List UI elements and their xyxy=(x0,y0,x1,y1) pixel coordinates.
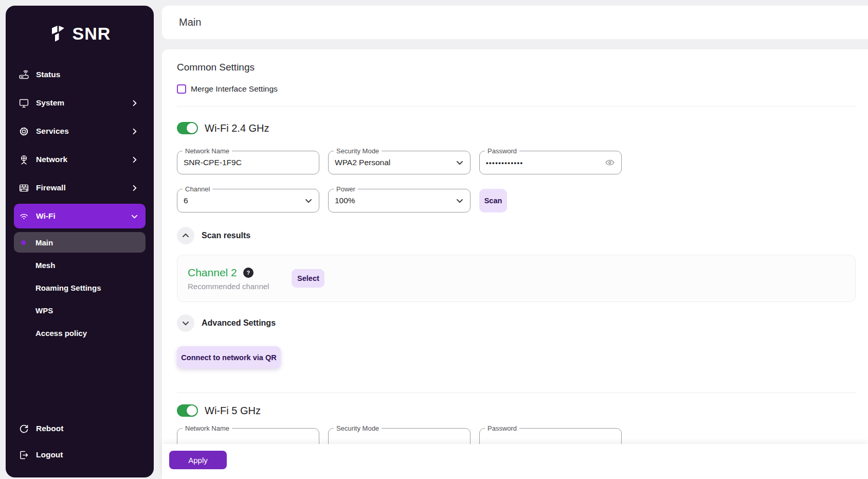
chevron-down-icon xyxy=(182,319,190,327)
network-name-input-5ghz[interactable] xyxy=(184,435,313,445)
sidebar-subitem-label: Mesh xyxy=(35,261,55,270)
active-dot-icon xyxy=(21,240,26,245)
sidebar-subitem-wps[interactable]: WPS xyxy=(14,300,146,321)
chevron-down-icon xyxy=(131,212,138,220)
network-name-label: Network Name xyxy=(183,147,232,155)
sidebar-subitem-label: Access policy xyxy=(35,329,87,338)
power-label: Power xyxy=(334,185,358,193)
sidebar-subitem-mesh[interactable]: Mesh xyxy=(14,255,146,275)
reboot-button[interactable]: Reboot xyxy=(14,417,146,440)
password-input[interactable] xyxy=(486,159,605,167)
divider xyxy=(177,106,856,107)
collapse-button[interactable] xyxy=(177,227,194,244)
sidebar: SNR Status System Services xyxy=(6,6,154,477)
channel-select[interactable]: Channel 6 xyxy=(177,189,319,212)
advanced-settings-header[interactable]: Advanced Settings xyxy=(177,314,856,332)
firewall-icon xyxy=(19,183,29,193)
wifi5-toggle[interactable] xyxy=(177,404,198,417)
network-name-field[interactable]: Network Name xyxy=(177,151,319,174)
wifi5-toggle-row: Wi-Fi 5 GHz xyxy=(177,404,856,417)
wifi24-fields-row1: Network Name Security Mode WPA2 Personal… xyxy=(177,151,856,174)
security-mode-value: WPA2 Personal xyxy=(335,158,456,167)
sidebar-item-services[interactable]: Services xyxy=(14,119,146,144)
sidebar-subitem-roaming-settings[interactable]: Roaming Settings xyxy=(14,277,146,298)
power-value: 100% xyxy=(335,196,456,205)
sidebar-item-label: Status xyxy=(36,70,138,79)
wifi24-toggle-row: Wi-Fi 2.4 GHz xyxy=(177,122,856,134)
sidebar-nav: Status System Services Network xyxy=(6,62,154,228)
reboot-label: Reboot xyxy=(36,424,138,433)
wifi24-fields-row2: Channel 6 Power 100% Scan xyxy=(177,189,856,212)
help-badge[interactable]: ? xyxy=(243,268,254,278)
chevron-right-icon xyxy=(131,128,138,135)
merge-settings-label: Merge Interface Settings xyxy=(191,84,278,94)
recommended-channel-title: Channel 2 xyxy=(188,267,237,279)
monitor-icon xyxy=(19,98,29,109)
show-password-button[interactable] xyxy=(605,157,615,168)
sidebar-subitem-label: WPS xyxy=(35,306,53,315)
reboot-icon xyxy=(19,423,29,434)
sidebar-subitem-label: Main xyxy=(35,238,53,247)
channel-label: Channel xyxy=(183,185,212,193)
sidebar-subitem-main[interactable]: Main xyxy=(14,232,146,253)
network-name-input[interactable] xyxy=(184,158,313,167)
eye-icon xyxy=(605,157,615,168)
chevron-down-icon xyxy=(456,158,464,167)
scan-results-header[interactable]: Scan results xyxy=(177,227,856,244)
connect-qr-button[interactable]: Connect to network via QR xyxy=(177,346,281,368)
logout-icon xyxy=(19,450,29,460)
divider xyxy=(177,393,856,393)
merge-settings-row[interactable]: Merge Interface Settings xyxy=(177,84,856,94)
security-mode-label: Security Mode xyxy=(334,424,382,432)
sidebar-subitem-label: Roaming Settings xyxy=(35,283,101,292)
snr-cube-icon xyxy=(49,24,67,43)
select-channel-button[interactable]: Select xyxy=(292,269,324,288)
apply-bar: Apply xyxy=(162,444,868,476)
chevron-right-icon xyxy=(131,184,138,192)
scan-result-card: Channel 2 ? Recommended channel Select xyxy=(177,255,856,302)
password-label: Password xyxy=(485,424,519,432)
power-select[interactable]: Power 100% xyxy=(328,189,471,212)
sidebar-item-label: Wi-Fi xyxy=(36,211,124,221)
chevron-up-icon xyxy=(182,232,190,240)
expand-button[interactable] xyxy=(177,314,194,332)
sidebar-item-status[interactable]: Status xyxy=(14,62,146,87)
sidebar-item-network[interactable]: Network xyxy=(14,147,146,172)
scan-result-titles: Channel 2 ? Recommended channel xyxy=(188,267,269,291)
gear-icon xyxy=(19,126,29,137)
scan-button[interactable]: Scan xyxy=(479,189,507,212)
sidebar-item-wifi[interactable]: Wi-Fi xyxy=(14,204,146,228)
sidebar-item-label: Services xyxy=(36,127,124,136)
brand-name: SNR xyxy=(73,24,111,44)
page-title: Main xyxy=(179,16,201,28)
password-input-5ghz[interactable] xyxy=(486,435,615,445)
merge-settings-checkbox[interactable] xyxy=(177,84,186,94)
sidebar-item-label: System xyxy=(36,98,124,108)
security-mode-select[interactable]: Security Mode WPA2 Personal xyxy=(328,151,471,174)
main-content: Common Settings Merge Interface Settings… xyxy=(162,49,868,479)
apply-button[interactable]: Apply xyxy=(169,451,227,469)
scan-results-title: Scan results xyxy=(202,231,250,240)
logout-label: Logout xyxy=(36,450,138,459)
sidebar-item-system[interactable]: System xyxy=(14,91,146,115)
globe-icon xyxy=(19,154,29,165)
security-mode-label: Security Mode xyxy=(334,147,382,155)
chevron-down-icon xyxy=(304,197,313,205)
sidebar-item-label: Network xyxy=(36,155,124,164)
common-settings-heading: Common Settings xyxy=(177,62,856,73)
sidebar-item-label: Firewall xyxy=(36,183,124,192)
advanced-settings-title: Advanced Settings xyxy=(202,318,276,328)
chevron-right-icon xyxy=(131,99,138,107)
channel-value: 6 xyxy=(184,196,304,205)
wifi24-toggle[interactable] xyxy=(177,122,198,134)
password-field[interactable]: Password xyxy=(479,151,622,174)
wifi-icon xyxy=(19,211,29,222)
toggle-knob xyxy=(187,123,197,133)
network-name-label: Network Name xyxy=(183,424,232,432)
sidebar-footer: Reboot Logout xyxy=(6,417,154,477)
chevron-down-icon xyxy=(456,197,464,205)
sidebar-item-firewall[interactable]: Firewall xyxy=(14,175,146,200)
logout-button[interactable]: Logout xyxy=(14,443,146,466)
sidebar-subitem-access-policy[interactable]: Access policy xyxy=(14,323,146,343)
wifi24-title: Wi-Fi 2.4 GHz xyxy=(205,122,269,134)
